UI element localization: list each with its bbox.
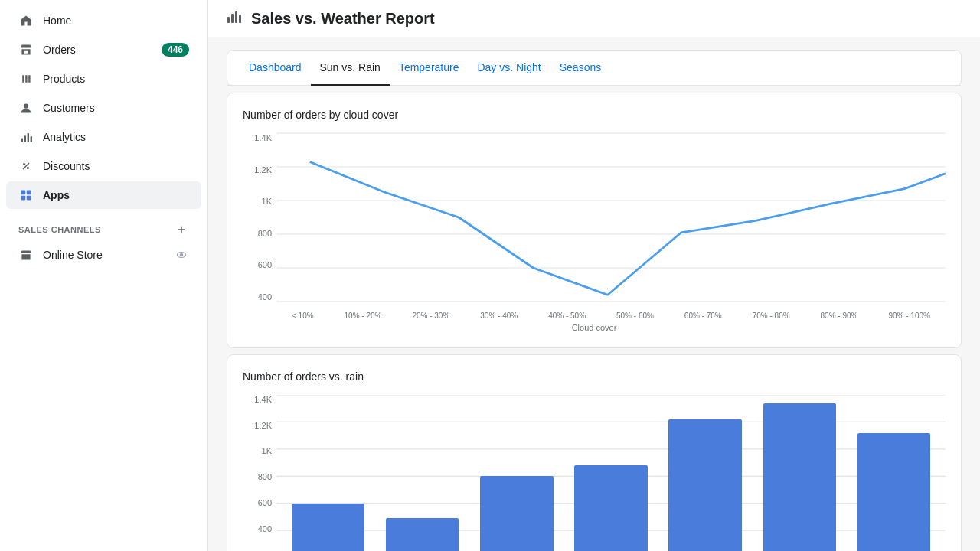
tabs-card: Dashboard Sun vs. Rain Temperature Day v… bbox=[227, 50, 962, 86]
bar-y-800: 800 bbox=[258, 472, 272, 481]
sidebar-label-products: Products bbox=[43, 73, 189, 85]
sidebar-label-analytics: Analytics bbox=[43, 131, 189, 143]
sidebar-item-orders[interactable]: Orders 446 bbox=[6, 36, 201, 64]
page-title: Sales vs. Weather Report bbox=[251, 10, 435, 28]
sidebar: Home Orders 446 Products Customers Analy… bbox=[0, 0, 208, 551]
discounts-icon bbox=[18, 158, 34, 174]
tab-dashboard[interactable]: Dashboard bbox=[240, 51, 311, 86]
sidebar-label-apps: Apps bbox=[43, 189, 189, 201]
content-area: Dashboard Sun vs. Rain Temperature Day v… bbox=[208, 37, 980, 551]
svg-rect-14 bbox=[227, 17, 230, 23]
x-label-50-60: 50% - 60% bbox=[616, 311, 654, 320]
sidebar-label-online-store: Online Store bbox=[43, 249, 165, 261]
x-label-70-80: 70% - 80% bbox=[753, 311, 790, 320]
x-label-80-90: 80% - 90% bbox=[821, 311, 858, 320]
bar-chart-card: Number of orders vs. rain 1.4K 1.2K 1K 8… bbox=[227, 354, 962, 551]
svg-point-6 bbox=[27, 167, 29, 169]
svg-rect-10 bbox=[21, 196, 26, 201]
page-chart-icon bbox=[227, 9, 242, 28]
line-chart-svg bbox=[276, 133, 946, 302]
bar-extreme-rain bbox=[848, 395, 939, 551]
orders-badge: 446 bbox=[162, 43, 189, 57]
svg-rect-11 bbox=[27, 196, 31, 201]
svg-point-13 bbox=[180, 253, 183, 256]
line-chart-title: Number of orders by cloud cover bbox=[243, 109, 946, 121]
bar-very-light-rain bbox=[377, 395, 468, 551]
page-header: Sales vs. Weather Report bbox=[208, 0, 980, 37]
sidebar-item-products[interactable]: Products bbox=[6, 65, 201, 93]
orders-icon bbox=[18, 42, 34, 57]
x-label-lt10: < 10% bbox=[292, 311, 314, 320]
x-label-10-20: 10% - 20% bbox=[345, 311, 382, 320]
line-chart-card: Number of orders by cloud cover 1.4K 1.2… bbox=[227, 93, 962, 348]
sidebar-label-orders: Orders bbox=[43, 44, 152, 56]
sidebar-label-home: Home bbox=[43, 15, 189, 27]
y-label-400: 400 bbox=[258, 292, 272, 302]
sales-channels-label: SALES CHANNELS bbox=[18, 225, 101, 234]
svg-point-5 bbox=[23, 163, 25, 165]
y-label-1.4k: 1.4K bbox=[254, 133, 272, 142]
apps-icon bbox=[18, 187, 34, 203]
svg-rect-8 bbox=[21, 191, 26, 195]
svg-rect-15 bbox=[231, 14, 234, 23]
svg-rect-2 bbox=[24, 135, 26, 142]
y-label-800: 800 bbox=[258, 229, 272, 238]
bar-y-400: 400 bbox=[258, 524, 272, 533]
svg-rect-9 bbox=[27, 191, 31, 195]
svg-rect-17 bbox=[239, 15, 241, 23]
svg-rect-4 bbox=[31, 136, 32, 142]
bar-chart-title: Number of orders vs. rain bbox=[243, 370, 946, 383]
sales-channels-section: SALES CHANNELS bbox=[0, 210, 207, 240]
x-label-30-40: 30% - 40% bbox=[480, 311, 518, 320]
x-label-90-100: 90% - 100% bbox=[888, 311, 929, 320]
sidebar-item-online-store[interactable]: Online Store bbox=[6, 241, 201, 269]
tab-temperature[interactable]: Temperature bbox=[390, 51, 469, 86]
bar-light-rain bbox=[471, 395, 562, 551]
home-icon bbox=[18, 13, 34, 28]
sidebar-item-customers[interactable]: Customers bbox=[6, 94, 201, 122]
tab-sun-vs-rain[interactable]: Sun vs. Rain bbox=[311, 51, 390, 86]
online-store-visibility-icon[interactable] bbox=[174, 247, 189, 262]
add-sales-channel-button[interactable] bbox=[174, 222, 189, 237]
svg-point-0 bbox=[24, 103, 28, 108]
bar-y-1.2k: 1.2K bbox=[254, 421, 272, 430]
svg-rect-3 bbox=[28, 133, 29, 142]
x-label-40-50: 40% - 50% bbox=[548, 311, 586, 320]
products-icon bbox=[18, 71, 34, 86]
line-chart-x-title: Cloud cover bbox=[243, 323, 946, 332]
store-icon bbox=[18, 247, 34, 262]
sidebar-item-home[interactable]: Home bbox=[6, 7, 201, 34]
bar-y-600: 600 bbox=[258, 498, 272, 507]
bar-y-1k: 1K bbox=[262, 446, 272, 455]
x-label-60-70: 60% - 70% bbox=[684, 311, 722, 320]
tab-seasons[interactable]: Seasons bbox=[550, 51, 610, 86]
y-label-1k: 1K bbox=[262, 197, 272, 206]
y-label-600: 600 bbox=[258, 260, 272, 269]
x-label-20-30: 20% - 30% bbox=[412, 311, 449, 320]
analytics-icon bbox=[18, 129, 34, 145]
bar-very-heavy-rain bbox=[754, 395, 845, 551]
customers-icon bbox=[18, 100, 34, 116]
sidebar-label-customers: Customers bbox=[43, 102, 189, 114]
bar-y-1.4k: 1.4K bbox=[254, 395, 272, 404]
bars-container bbox=[276, 395, 946, 551]
bar-heavy-rain bbox=[660, 395, 751, 551]
svg-rect-16 bbox=[235, 11, 237, 23]
tab-day-vs-night[interactable]: Day vs. Night bbox=[468, 51, 550, 86]
bar-no-rain bbox=[283, 395, 374, 551]
main-content: Sales vs. Weather Report Dashboard Sun v… bbox=[208, 0, 980, 551]
y-label-1.2k: 1.2K bbox=[254, 165, 272, 174]
svg-rect-1 bbox=[21, 139, 23, 142]
tabs-row: Dashboard Sun vs. Rain Temperature Day v… bbox=[227, 51, 961, 86]
sidebar-item-apps[interactable]: Apps bbox=[6, 181, 201, 209]
sidebar-label-discounts: Discounts bbox=[43, 160, 189, 172]
sidebar-item-discounts[interactable]: Discounts bbox=[6, 152, 201, 180]
sidebar-item-analytics[interactable]: Analytics bbox=[6, 123, 201, 151]
bar-moderate-rain bbox=[565, 395, 656, 551]
